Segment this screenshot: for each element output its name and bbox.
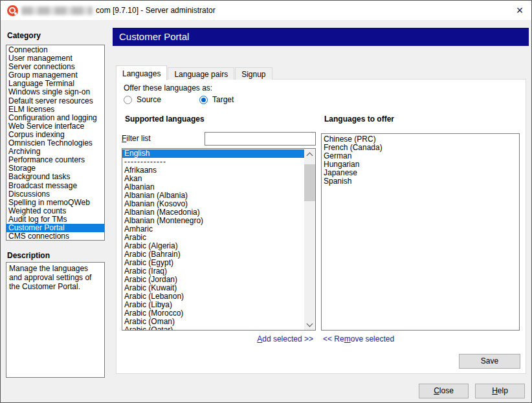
supported-language-item[interactable]: Arabic (Libya) (122, 301, 304, 309)
supported-language-item[interactable]: Afrikaans (122, 166, 304, 175)
description-label: Description (7, 251, 50, 260)
close-icon[interactable]: × (513, 4, 526, 17)
source-radio[interactable] (124, 96, 132, 104)
category-item[interactable]: Web Service interface (6, 122, 104, 131)
supported-language-item[interactable]: ------------- (122, 158, 304, 166)
category-item[interactable]: Background tasks (6, 173, 104, 181)
category-item[interactable]: Corpus indexing (6, 131, 104, 139)
supported-language-item[interactable]: Arabic (Qatar) (122, 326, 304, 331)
offer-language-item[interactable]: Japanese (322, 169, 519, 177)
category-item[interactable]: Default server resources (6, 97, 104, 105)
filter-list-input[interactable] (205, 132, 316, 146)
supported-language-item[interactable]: Albanian (122, 183, 304, 191)
titlebar: com [9.7.10] - Server administrator × (1, 1, 531, 20)
supported-language-item[interactable]: Albanian (Macedonia) (122, 208, 304, 217)
scrollbar-thumb[interactable] (304, 164, 315, 201)
category-item[interactable]: Weighted counts (6, 207, 104, 215)
memoq-logo-icon (7, 5, 18, 16)
supported-language-item[interactable]: Arabic (Bahrain) (122, 250, 304, 259)
tab-language-pairs[interactable]: Language pairs (168, 67, 234, 80)
description-box: Manage the languages and approval settin… (6, 262, 105, 378)
tab-signup[interactable]: Signup (235, 67, 272, 80)
supported-language-item[interactable]: Arabic (Algeria) (122, 242, 304, 250)
scrollbar (304, 149, 315, 330)
languages-to-offer-list[interactable]: Chinese (PRC)French (Canada)GermanHungar… (321, 133, 520, 331)
filter-list-label: Filter list (122, 134, 151, 143)
offer-language-item[interactable]: Hungarian (322, 160, 519, 169)
category-item[interactable]: Archiving (6, 147, 104, 156)
category-item[interactable]: CMS connections (6, 232, 104, 241)
close-button[interactable]: Close (419, 384, 469, 398)
target-radio-label[interactable]: Target (212, 95, 234, 104)
supported-languages-list[interactable]: English-------------AfrikaansAkanAlbania… (122, 148, 316, 331)
category-item[interactable]: Spelling in memoQWeb (6, 199, 104, 207)
offer-language-item[interactable]: Chinese (PRC) (322, 135, 519, 144)
scroll-up-icon[interactable] (304, 149, 315, 160)
tab-languages[interactable]: Languages (116, 65, 167, 80)
window-title: com [9.7.10] - Server administrator (96, 1, 216, 20)
supported-language-item[interactable]: Akan (122, 175, 304, 183)
category-item[interactable]: Performance counters (6, 156, 104, 164)
add-selected-link[interactable]: Add selected >> (122, 334, 313, 343)
category-item[interactable]: Omniscien Technologies (6, 139, 104, 147)
server-administrator-dialog: com [9.7.10] - Server administrator × Ca… (0, 0, 532, 403)
category-item[interactable]: Group management (6, 71, 104, 80)
category-item[interactable]: Configuration and logging (6, 114, 104, 122)
redacted-server-name (21, 6, 93, 15)
category-item[interactable]: Customer Portal (6, 224, 104, 232)
supported-language-item[interactable]: Albanian (Montenegro) (122, 217, 304, 225)
help-button[interactable]: Help (475, 384, 525, 398)
offer-language-item[interactable]: French (Canada) (322, 144, 519, 152)
supported-language-item[interactable]: English (122, 149, 304, 158)
supported-language-item[interactable]: Albanian (Albania) (122, 191, 304, 200)
category-item[interactable]: Windows single sign-on (6, 88, 104, 96)
category-item[interactable]: Audit log for TMs (6, 215, 104, 224)
category-label: Category (7, 31, 41, 40)
supported-language-item[interactable]: Arabic (Oman) (122, 318, 304, 326)
category-item[interactable]: Server connections (6, 63, 104, 71)
supported-language-item[interactable]: Albanian (Kosovo) (122, 200, 304, 208)
save-button[interactable]: Save (459, 354, 520, 369)
category-item[interactable]: Connection (6, 46, 104, 54)
description-text: Manage the languages and approval settin… (9, 264, 91, 291)
category-item[interactable]: Storage (6, 164, 104, 173)
category-item[interactable]: Broadcast message (6, 182, 104, 190)
scroll-down-icon[interactable] (304, 319, 315, 330)
supported-language-item[interactable]: Arabic (Egypt) (122, 259, 304, 267)
languages-to-offer-heading: Languages to offer (324, 114, 394, 124)
target-radio[interactable] (199, 96, 208, 104)
offer-language-item[interactable]: German (322, 152, 519, 160)
category-item[interactable]: ELM licenses (6, 105, 104, 114)
remove-selected-link[interactable]: << Remove selected (323, 334, 394, 343)
offer-as-label: Offer these languages as: (124, 83, 212, 93)
supported-language-item[interactable]: Arabic (122, 234, 304, 242)
supported-language-item[interactable]: Amharic (122, 225, 304, 234)
supported-language-item[interactable]: Arabic (Lebanon) (122, 292, 304, 301)
supported-language-item[interactable]: Arabic (Morocco) (122, 309, 304, 318)
supported-language-item[interactable]: Arabic (Kuwait) (122, 284, 304, 292)
category-item[interactable]: Discussions (6, 190, 104, 199)
tab-strip: Languages Language pairs Signup (116, 65, 273, 80)
category-list[interactable]: ConnectionUser managementServer connecti… (6, 45, 105, 241)
category-item[interactable]: Language Terminal (6, 80, 104, 88)
supported-language-item[interactable]: Arabic (Jordan) (122, 276, 304, 284)
category-item[interactable]: User management (6, 54, 104, 63)
offer-language-item[interactable]: Spanish (322, 177, 519, 186)
supported-language-item[interactable]: Arabic (Iraq) (122, 267, 304, 276)
source-radio-label[interactable]: Source (137, 95, 161, 104)
supported-languages-heading: Supported languages (125, 114, 205, 124)
page-title: Customer Portal (113, 28, 529, 46)
